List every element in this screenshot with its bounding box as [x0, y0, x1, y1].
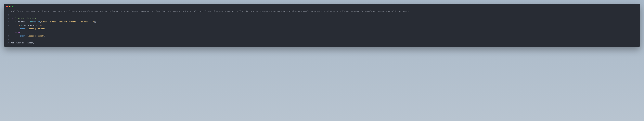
line-number: 9 — [4, 38, 11, 41]
maximize-icon[interactable] — [12, 6, 13, 7]
line-number: 10 — [4, 41, 11, 45]
code-editor[interactable]: 1# Mariana é responsável por liberar o a… — [4, 9, 640, 47]
token-def: print — [20, 35, 26, 37]
token-plain — [39, 24, 40, 26]
token-punct: ) — [44, 35, 45, 37]
line-number: 8 — [4, 34, 11, 38]
code-content: liberador_de_acesso() — [11, 41, 640, 45]
token-punct: : — [20, 31, 21, 33]
code-content: if 8 <= hora_atual <= 18: — [11, 24, 640, 27]
code-line: 6 print('Acesso permitido!') — [4, 27, 640, 31]
token-funcname: liberador_de_acesso — [16, 17, 36, 19]
token-string: 'Acesso negado!' — [26, 35, 44, 37]
code-content: print('Acesso negado!') — [11, 34, 640, 38]
token-number: 8 — [19, 24, 20, 26]
code-content: else: — [11, 31, 640, 34]
token-keyword: def — [11, 17, 16, 19]
line-number: 3 — [4, 17, 11, 20]
token-keyword: if — [16, 24, 18, 26]
code-line: 4 hora_atual = int(input('Digite a hora … — [4, 20, 640, 24]
code-line: 9 — [4, 38, 640, 41]
token-def: input — [34, 21, 40, 23]
window-titlebar — [4, 4, 640, 9]
token-string: 'Digite a hora atual (em formato de 24 h… — [41, 21, 94, 23]
token-plain: liberador_de_acesso() — [11, 42, 34, 44]
line-number: 6 — [4, 27, 11, 31]
token-op: <= — [36, 24, 39, 26]
code-window: 1# Mariana é responsável por liberar o a… — [4, 4, 640, 47]
close-icon[interactable] — [6, 6, 8, 7]
code-line: 8 print('Acesso negado!') — [4, 34, 640, 38]
code-content: hora_atual = int(input('Digite a hora at… — [11, 20, 640, 24]
line-number: 5 — [4, 24, 11, 27]
code-line: 7 else: — [4, 31, 640, 34]
token-comment: # Mariana é responsável por liberar o ac… — [11, 10, 410, 12]
token-number: 18 — [40, 24, 42, 26]
code-line: 1# Mariana é responsável por liberar o a… — [4, 10, 640, 13]
token-punct: )) — [94, 21, 96, 23]
token-plain — [29, 21, 30, 23]
line-number: 7 — [4, 31, 11, 34]
token-string: 'Acesso permitido!' — [26, 28, 48, 30]
token-plain — [11, 21, 16, 23]
token-plain — [11, 31, 16, 33]
token-plain — [11, 24, 16, 26]
code-line: 3def liberador_de_acesso(): — [4, 17, 640, 20]
token-op: <= — [21, 24, 23, 26]
code-line: 2 — [4, 13, 640, 17]
code-content: print('Acesso permitido!') — [11, 27, 640, 31]
token-punct: ) — [48, 28, 48, 30]
token-plain: hora_atual — [16, 21, 28, 23]
token-plain — [11, 28, 20, 30]
line-number: 4 — [4, 20, 11, 24]
token-plain — [18, 24, 19, 26]
token-punct: : — [42, 24, 43, 26]
code-line: 10liberador_de_acesso() — [4, 41, 640, 45]
token-plain — [11, 35, 20, 37]
code-line: 5 if 8 <= hora_atual <= 18: — [4, 24, 640, 27]
token-builtin: int — [30, 21, 33, 23]
line-number: 2 — [4, 13, 11, 17]
line-number: 1 — [4, 10, 11, 13]
code-content: def liberador_de_acesso(): — [11, 17, 640, 20]
minimize-icon[interactable] — [9, 6, 10, 7]
token-def: print — [20, 28, 26, 30]
token-plain: hora_atual — [23, 24, 36, 26]
token-punct: ( — [26, 35, 26, 37]
token-punct: ( — [26, 28, 26, 30]
token-keyword: else — [16, 31, 20, 33]
code-content: # Mariana é responsável por liberar o ac… — [11, 10, 640, 13]
token-punct: (): — [36, 17, 40, 19]
